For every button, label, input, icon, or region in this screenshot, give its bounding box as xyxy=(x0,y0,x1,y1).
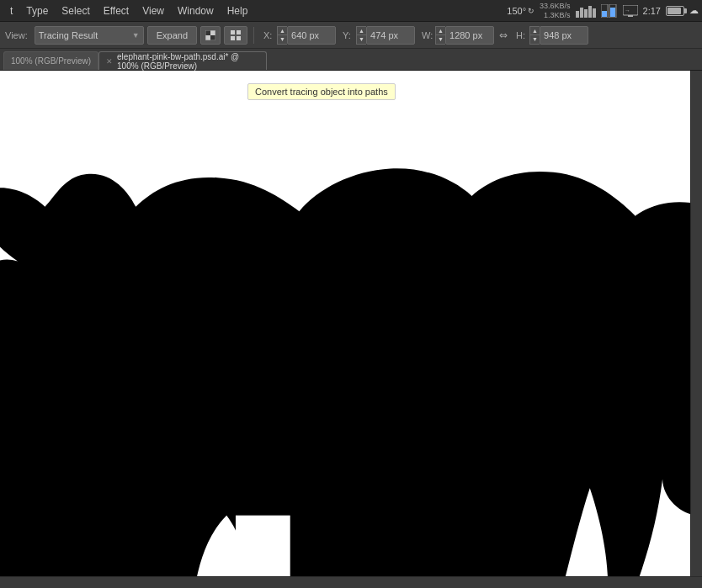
menu-item-view[interactable]: View xyxy=(136,3,171,19)
toolbar: View: Tracing Result ▼ Expand X: ▲ xyxy=(0,22,702,49)
toolbar-separator xyxy=(253,27,254,44)
svg-rect-13 xyxy=(210,35,215,40)
tab-document-1[interactable]: 100% (RGB/Preview) xyxy=(3,51,98,70)
elephant-silhouette xyxy=(0,71,702,588)
grid-icon xyxy=(231,30,241,40)
view-label: View: xyxy=(5,30,28,40)
download-speed: 1.3KB/s xyxy=(540,11,571,20)
svg-rect-12 xyxy=(205,30,210,35)
h-down-arrow[interactable]: ▼ xyxy=(530,35,540,44)
make-mask-button[interactable] xyxy=(200,26,221,45)
svg-rect-15 xyxy=(205,35,210,40)
tab-label-2: elephant-pink-bw-path.psd.ai* @ 100% (RG… xyxy=(117,52,259,71)
grid-button[interactable] xyxy=(224,26,247,45)
svg-rect-0 xyxy=(576,11,579,18)
y-down-arrow[interactable]: ▼ xyxy=(357,35,366,44)
tab-bar: 100% (RGB/Preview) ✕ elephant-pink-bw-pa… xyxy=(0,49,702,71)
network-chart-icon xyxy=(576,4,596,18)
link-proportions-icon[interactable]: ⇔ xyxy=(497,29,509,41)
menu-item-help[interactable]: Help xyxy=(221,3,255,19)
svg-rect-3 xyxy=(588,6,592,18)
svg-rect-14 xyxy=(210,30,215,35)
tracing-result-value: Tracing Result xyxy=(39,30,98,40)
vertical-scrollbar[interactable] xyxy=(690,71,702,588)
canvas-content xyxy=(0,71,702,588)
tooltip: Convert tracing object into paths xyxy=(247,83,396,100)
h-coord-group: H: ▲ ▼ 948 px xyxy=(516,26,588,45)
w-up-arrow[interactable]: ▲ xyxy=(436,27,445,36)
svg-text:→: → xyxy=(625,8,630,13)
w-value[interactable]: 1280 px xyxy=(445,26,494,45)
expand-button[interactable]: Expand xyxy=(147,26,197,45)
menu-item-select[interactable]: Select xyxy=(55,3,96,19)
rotation-display: 150° ↻ xyxy=(507,6,534,16)
h-label: H: xyxy=(516,30,528,40)
x-coord-group: X: ▲ ▼ 640 px xyxy=(263,26,336,45)
network-speed: 33.6KB/s 1.3KB/s xyxy=(540,2,571,20)
svg-rect-1 xyxy=(580,8,583,18)
menu-bar: t Type Select Effect View Window Help 15… xyxy=(0,0,702,22)
clock: 2:17 xyxy=(643,6,661,16)
svg-rect-18 xyxy=(237,30,241,34)
x-value[interactable]: 640 px xyxy=(287,26,336,45)
canvas-area xyxy=(0,71,702,588)
y-up-arrow[interactable]: ▲ xyxy=(357,27,366,36)
svg-rect-8 xyxy=(610,8,615,17)
menu-item-window[interactable]: Window xyxy=(171,3,221,19)
tracing-result-dropdown[interactable]: Tracing Result ▼ xyxy=(35,26,144,45)
svg-rect-4 xyxy=(593,8,596,18)
close-icon[interactable]: ✕ xyxy=(106,57,113,66)
y-label: Y: xyxy=(343,30,354,40)
horizontal-scrollbar[interactable] xyxy=(0,576,702,588)
wifi-icon: ☁ xyxy=(689,5,699,16)
svg-rect-17 xyxy=(231,30,235,34)
cpu-icon xyxy=(601,4,618,18)
menu-item-effect[interactable]: Effect xyxy=(97,3,136,19)
tab-label-1: 100% (RGB/Preview) xyxy=(11,56,91,66)
svg-rect-20 xyxy=(237,36,241,40)
rotation-icon: ↻ xyxy=(528,7,534,15)
h-value[interactable]: 948 px xyxy=(540,26,588,45)
w-down-arrow[interactable]: ▼ xyxy=(436,35,445,44)
battery-icon xyxy=(666,6,684,16)
w-coord-group: W: ▲ ▼ 1280 px xyxy=(422,26,494,45)
y-coord-group: Y: ▲ ▼ 474 px xyxy=(343,26,415,45)
status-area: 150° ↻ 33.6KB/s 1.3KB/s → 2:17 xyxy=(507,2,699,20)
svg-rect-2 xyxy=(584,9,588,18)
svg-rect-19 xyxy=(231,36,235,40)
monitor-icon: → xyxy=(623,5,638,17)
tooltip-text: Convert tracing object into paths xyxy=(255,87,388,97)
svg-rect-6 xyxy=(602,11,607,17)
expand-label: Expand xyxy=(157,30,188,40)
tab-document-2[interactable]: ✕ elephant-pink-bw-path.psd.ai* @ 100% (… xyxy=(98,51,267,70)
menu-item-t[interactable]: t xyxy=(3,3,19,19)
dropdown-arrow-icon: ▼ xyxy=(132,31,140,40)
x-down-arrow[interactable]: ▼ xyxy=(278,35,287,44)
h-up-arrow[interactable]: ▲ xyxy=(530,27,540,36)
rotation-value: 150° xyxy=(507,6,526,16)
y-value[interactable]: 474 px xyxy=(366,26,415,45)
svg-rect-11 xyxy=(628,15,633,17)
x-label: X: xyxy=(263,30,275,40)
menu-item-type[interactable]: Type xyxy=(19,3,55,19)
upload-speed: 33.6KB/s xyxy=(540,2,571,11)
w-label: W: xyxy=(422,30,433,40)
x-up-arrow[interactable]: ▲ xyxy=(278,27,287,36)
checkered-icon xyxy=(205,30,215,40)
